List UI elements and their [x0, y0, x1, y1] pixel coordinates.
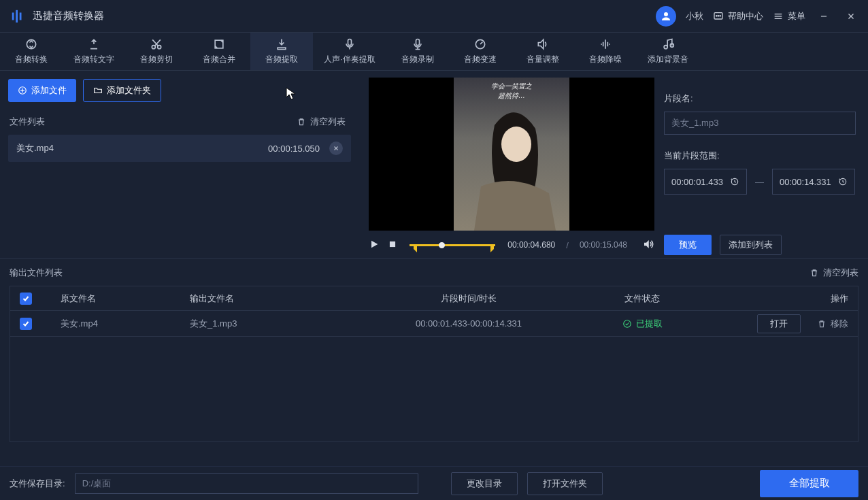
- col-src: 原文件名: [61, 293, 190, 305]
- col-state: 文件状态: [564, 293, 720, 305]
- bgm-icon: [661, 37, 675, 51]
- nav-merge[interactable]: 音频合并: [188, 33, 250, 70]
- range-label: 当前片段范围:: [664, 150, 856, 162]
- volume-icon: [536, 37, 550, 51]
- user-avatar[interactable]: [656, 6, 676, 27]
- close-button[interactable]: [842, 7, 860, 25]
- video-content: [467, 105, 556, 231]
- nav-vocal[interactable]: 人声·伴奏提取: [313, 33, 386, 70]
- clock-reset-icon: [838, 177, 848, 186]
- select-all-checkbox[interactable]: [20, 293, 32, 305]
- svg-rect-18: [348, 39, 352, 46]
- open-folder-button[interactable]: 打开文件夹: [527, 472, 603, 495]
- output-table: 原文件名 输出文件名 片段时间/时长 文件状态 操作 美女.mp4 美女_1.m…: [10, 286, 858, 442]
- denoise-icon: [599, 37, 612, 51]
- time-current: 00:00:04.680: [507, 240, 555, 250]
- svg-point-33: [623, 320, 631, 327]
- file-row[interactable]: 美女.mp4 00:00:15.050: [8, 135, 351, 162]
- app-title: 迅捷音频转换器: [33, 10, 656, 22]
- nav-to-text[interactable]: 音频转文字: [63, 33, 125, 70]
- row-checkbox[interactable]: [20, 318, 32, 330]
- svg-point-3: [664, 12, 668, 16]
- output-row: 美女.mp4 美女_1.mp3 00:00:01.433-00:00:14.33…: [10, 311, 858, 337]
- titlebar: 迅捷音频转换器 小秋 帮助中心 菜单: [0, 0, 868, 33]
- file-duration: 00:00:15.050: [268, 144, 320, 154]
- file-name: 美女.mp4: [16, 142, 268, 154]
- record-icon: [411, 37, 424, 51]
- status-badge: 已提取: [564, 318, 720, 330]
- svg-rect-19: [416, 39, 420, 46]
- file-list-label: 文件列表: [10, 116, 45, 128]
- vocal-icon: [343, 37, 356, 51]
- nav-extract[interactable]: 音频提取: [250, 33, 313, 70]
- speed-icon: [473, 37, 487, 51]
- clock-reset-icon: [730, 177, 739, 186]
- clear-file-list-button[interactable]: 清空列表: [297, 116, 346, 128]
- merge-icon: [212, 37, 226, 51]
- time-total: 00:00:15.048: [580, 240, 627, 250]
- nav-tabs: 音频转换音频转文字音频剪切音频合并音频提取人声·伴奏提取音频录制音频变速音量调整…: [0, 33, 868, 71]
- footer: 文件保存目录: 更改目录 打开文件夹 全部提取: [0, 466, 868, 500]
- clip-name-label: 片段名:: [664, 93, 856, 105]
- to-text-icon: [87, 37, 101, 51]
- save-path-input[interactable]: [75, 473, 418, 494]
- volume-icon[interactable]: [642, 238, 654, 252]
- minimize-button[interactable]: [815, 7, 833, 25]
- remove-file-icon[interactable]: [329, 141, 343, 155]
- save-dir-label: 文件保存目录:: [10, 478, 65, 490]
- nav-volume[interactable]: 音量调整: [512, 33, 574, 70]
- remove-row-button[interactable]: 移除: [817, 318, 848, 330]
- col-act: 操作: [720, 293, 848, 305]
- nav-speed[interactable]: 音频变速: [449, 33, 512, 70]
- svg-point-5: [716, 15, 717, 16]
- clear-output-list-button[interactable]: 清空列表: [809, 267, 858, 279]
- col-time: 片段时间/时长: [373, 293, 564, 305]
- nav-denoise[interactable]: 音频降噪: [574, 33, 637, 70]
- extract-all-button[interactable]: 全部提取: [760, 470, 858, 497]
- video-preview: 学会一笑置之超然待…: [369, 78, 654, 231]
- col-out: 输出文件名: [190, 293, 373, 305]
- stop-button[interactable]: [388, 239, 397, 251]
- svg-rect-1: [16, 10, 18, 22]
- change-dir-button[interactable]: 更改目录: [451, 472, 518, 495]
- seek-bar[interactable]: [410, 237, 495, 252]
- clip-name-input[interactable]: [664, 112, 856, 135]
- nav-cut[interactable]: 音频剪切: [125, 33, 188, 70]
- svg-point-29: [501, 127, 531, 162]
- open-button[interactable]: 打开: [757, 314, 801, 333]
- nav-record[interactable]: 音频录制: [386, 33, 449, 70]
- svg-rect-30: [390, 241, 395, 246]
- output-list-label: 输出文件列表: [10, 267, 63, 279]
- range-start-input[interactable]: 00:00:01.433: [664, 169, 747, 195]
- nav-bgm[interactable]: 添加背景音: [637, 33, 699, 70]
- add-folder-button[interactable]: 添加文件夹: [83, 79, 161, 102]
- preview-button[interactable]: 预览: [664, 235, 712, 255]
- username: 小秋: [686, 10, 703, 22]
- app-logo-icon: [8, 7, 27, 26]
- svg-point-7: [720, 15, 720, 16]
- menu-button[interactable]: 菜单: [773, 10, 805, 22]
- add-file-button[interactable]: 添加文件: [8, 79, 76, 102]
- cut-icon: [150, 37, 163, 51]
- extract-icon: [275, 37, 288, 51]
- svg-rect-0: [12, 12, 14, 20]
- play-button[interactable]: [369, 239, 380, 252]
- range-end-input[interactable]: 00:00:14.331: [772, 169, 855, 195]
- svg-rect-2: [20, 12, 22, 20]
- add-to-list-button[interactable]: 添加到列表: [720, 235, 782, 255]
- svg-point-6: [718, 15, 718, 16]
- help-button[interactable]: 帮助中心: [713, 10, 763, 22]
- convert-icon: [24, 37, 38, 51]
- nav-convert[interactable]: 音频转换: [0, 33, 63, 70]
- top-row: 添加文件 添加文件夹 文件列表 清空列表 美女.mp4 00:00:15.050: [0, 71, 868, 258]
